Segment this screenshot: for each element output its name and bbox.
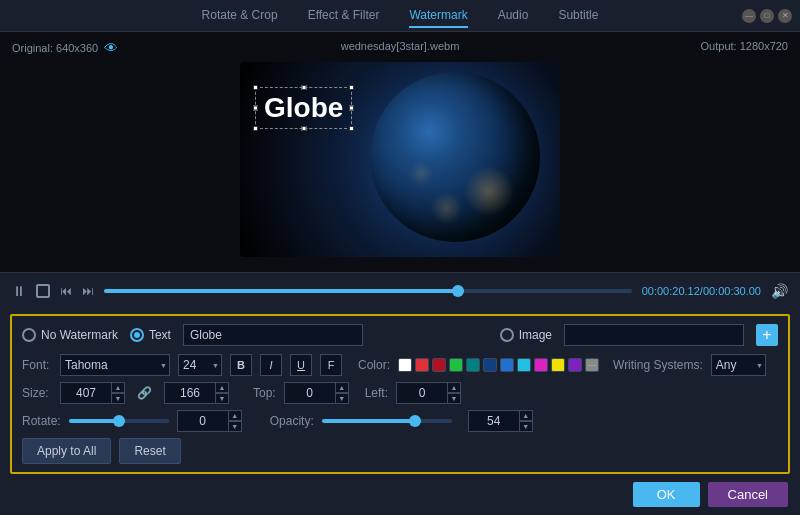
text-radio[interactable] (130, 328, 144, 342)
left-down[interactable]: ▼ (447, 393, 461, 404)
left-input[interactable] (396, 382, 448, 404)
text-option[interactable]: Text (130, 328, 171, 342)
opacity-value-wrapper: ▲ ▼ (468, 410, 533, 432)
tab-effect-filter[interactable]: Effect & Filter (308, 4, 380, 28)
font-name-wrapper: Tahoma (60, 354, 170, 376)
left-value-wrapper: ▲ ▼ (396, 382, 461, 404)
size-height-up[interactable]: ▲ (215, 382, 229, 393)
volume-icon[interactable]: 🔊 (771, 283, 788, 299)
opacity-down[interactable]: ▼ (519, 421, 533, 432)
swatch-more[interactable]: ··· (585, 358, 599, 372)
rotate-slider-thumb[interactable] (113, 415, 125, 427)
minimize-button[interactable]: — (742, 9, 756, 23)
close-button[interactable]: ✕ (778, 9, 792, 23)
original-resolution: Original: 640x360 (12, 42, 98, 54)
globe-lights (370, 72, 540, 242)
preview-filename: wednesday[3star].webm (341, 40, 460, 52)
watermark-text-overlay[interactable]: Globe (255, 87, 352, 129)
rotate-down[interactable]: ▼ (228, 421, 242, 432)
preview-info-left: Original: 640x360 👁 (12, 40, 118, 56)
italic-button[interactable]: I (260, 354, 282, 376)
no-watermark-option[interactable]: No Watermark (22, 328, 118, 342)
text-radio-dot (134, 332, 140, 338)
eye-icon[interactable]: 👁 (104, 40, 118, 56)
swatch-magenta[interactable] (534, 358, 548, 372)
image-add-button[interactable]: + (756, 324, 778, 346)
top-down[interactable]: ▼ (335, 393, 349, 404)
prev-frame-button[interactable]: ⏮ (60, 284, 72, 298)
current-time: 00:00:20.12 (642, 285, 700, 297)
font-name-select[interactable]: Tahoma (60, 354, 170, 376)
swatch-blue[interactable] (500, 358, 514, 372)
link-icon[interactable]: 🔗 (137, 386, 152, 400)
resize-handle-tr[interactable] (349, 85, 354, 90)
resize-handle-tl[interactable] (253, 85, 258, 90)
image-input[interactable] (564, 324, 744, 346)
resize-handle-tm[interactable] (301, 85, 306, 90)
next-frame-button[interactable]: ⏭ (82, 284, 94, 298)
cancel-button[interactable]: Cancel (708, 482, 788, 507)
size-height-down[interactable]: ▼ (215, 393, 229, 404)
tab-audio[interactable]: Audio (498, 4, 529, 28)
reset-button[interactable]: Reset (119, 438, 180, 464)
strikethrough-button[interactable]: F (320, 354, 342, 376)
swatch-dark-red[interactable] (432, 358, 446, 372)
output-resolution: Output: 1280x720 (701, 40, 788, 52)
playback-bar: ⏸ ⏮ ⏭ 00:00:20.12/00:00:30.00 🔊 (0, 272, 800, 308)
swatch-teal[interactable] (466, 358, 480, 372)
swatch-yellow[interactable] (551, 358, 565, 372)
stop-button[interactable] (36, 284, 50, 298)
progress-track[interactable] (104, 289, 632, 293)
swatch-green[interactable] (449, 358, 463, 372)
left-up[interactable]: ▲ (447, 382, 461, 393)
tab-rotate-crop[interactable]: Rotate & Crop (202, 4, 278, 28)
opacity-slider-thumb[interactable] (409, 415, 421, 427)
swatch-white[interactable] (398, 358, 412, 372)
bold-button[interactable]: B (230, 354, 252, 376)
maximize-button[interactable]: □ (760, 9, 774, 23)
controls-panel: No Watermark Text Image + Font: Tahoma 2… (10, 314, 790, 474)
rotate-up[interactable]: ▲ (228, 410, 242, 421)
resize-handle-ml[interactable] (253, 106, 258, 111)
progress-thumb[interactable] (452, 285, 464, 297)
row-size: Size: ▲ ▼ 🔗 ▲ ▼ Top: ▲ ▼ Left: (22, 382, 778, 404)
image-label: Image (519, 328, 552, 342)
top-label: Top: (253, 386, 276, 400)
pause-button[interactable]: ⏸ (12, 283, 26, 299)
resize-handle-bm[interactable] (301, 126, 306, 131)
tab-watermark[interactable]: Watermark (409, 4, 467, 28)
rotate-label: Rotate: (22, 414, 61, 428)
apply-to-all-button[interactable]: Apply to All (22, 438, 111, 464)
opacity-label: Opacity: (270, 414, 314, 428)
resize-handle-mr[interactable] (349, 106, 354, 111)
opacity-slider-track[interactable] (322, 419, 452, 423)
rotate-input[interactable] (177, 410, 229, 432)
swatch-purple[interactable] (568, 358, 582, 372)
ok-button[interactable]: OK (633, 482, 700, 507)
image-radio[interactable] (500, 328, 514, 342)
top-up[interactable]: ▲ (335, 382, 349, 393)
opacity-input[interactable] (468, 410, 520, 432)
rotate-slider-track[interactable] (69, 419, 169, 423)
globe-visual: Globe (240, 62, 560, 257)
size-width-up[interactable]: ▲ (111, 382, 125, 393)
writing-system-select[interactable]: Any (711, 354, 766, 376)
top-value-wrapper: ▲ ▼ (284, 382, 349, 404)
size-height-input[interactable] (164, 382, 216, 404)
tab-subtitle[interactable]: Subtitle (558, 4, 598, 28)
no-watermark-label: No Watermark (41, 328, 118, 342)
swatch-dark-blue[interactable] (483, 358, 497, 372)
opacity-up[interactable]: ▲ (519, 410, 533, 421)
text-input[interactable] (183, 324, 363, 346)
no-watermark-radio[interactable] (22, 328, 36, 342)
top-input[interactable] (284, 382, 336, 404)
swatch-cyan[interactable] (517, 358, 531, 372)
size-width-down[interactable]: ▼ (111, 393, 125, 404)
resize-handle-bl[interactable] (253, 126, 258, 131)
size-width-input[interactable] (60, 382, 112, 404)
swatch-red[interactable] (415, 358, 429, 372)
image-option[interactable]: Image (500, 328, 552, 342)
resize-handle-br[interactable] (349, 126, 354, 131)
font-size-select[interactable]: 24 (178, 354, 222, 376)
underline-button[interactable]: U (290, 354, 312, 376)
